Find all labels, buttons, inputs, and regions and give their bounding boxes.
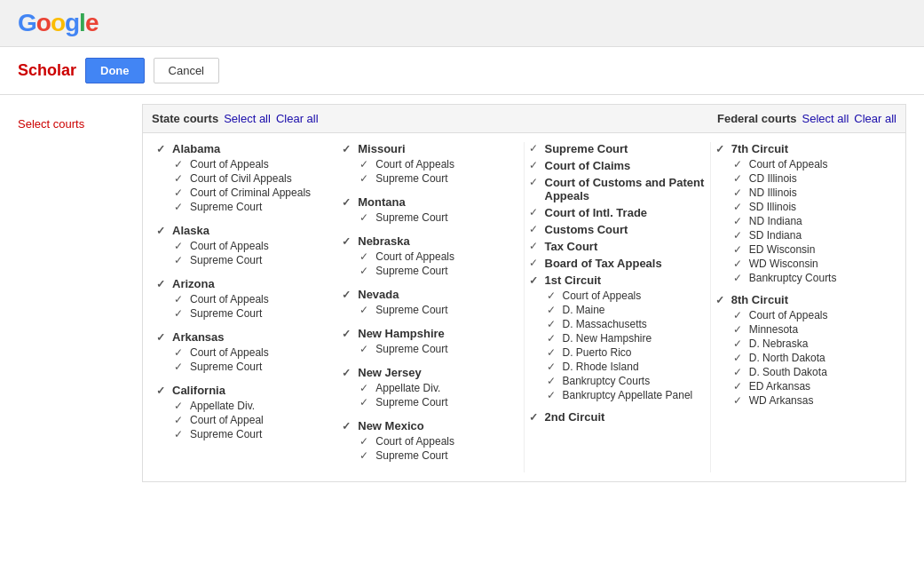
state-sub-item[interactable]: ✓Court of Criminal Appeals <box>174 186 333 199</box>
check-icon[interactable]: ✓ <box>174 361 186 373</box>
circuit-sub-item[interactable]: ✓ND Illinois <box>733 186 892 199</box>
state-sub-item[interactable]: ✓Court of Appeals <box>174 293 333 305</box>
check-icon[interactable]: ✓ <box>342 196 354 209</box>
check-icon[interactable]: ✓ <box>529 274 541 287</box>
check-icon[interactable]: ✓ <box>529 142 541 155</box>
circuit-sub-item[interactable]: ✓D. Maine <box>547 304 706 316</box>
check-icon[interactable]: ✓ <box>342 143 354 155</box>
check-icon[interactable]: ✓ <box>547 361 559 373</box>
circuit-sub-item[interactable]: ✓D. New Hampshire <box>547 332 706 345</box>
check-icon[interactable]: ✓ <box>174 172 186 185</box>
state-sub-item[interactable]: ✓Appellate Div. <box>359 382 518 394</box>
check-icon[interactable]: ✓ <box>342 289 354 301</box>
circuit-sub-item[interactable]: ✓ED Wisconsin <box>733 243 892 256</box>
done-button[interactable]: Done <box>85 58 145 83</box>
check-icon[interactable]: ✓ <box>733 309 746 321</box>
circuit-sub-item[interactable]: ✓Bankruptcy Appellate Panel <box>547 389 706 401</box>
state-sub-item[interactable]: ✓Supreme Court <box>359 343 518 355</box>
check-icon[interactable]: ✓ <box>529 176 541 188</box>
circuit-sub-item[interactable]: ✓D. Massachusetts <box>547 318 706 330</box>
check-icon[interactable]: ✓ <box>547 332 559 345</box>
state-sub-item[interactable]: ✓Court of Appeals <box>174 346 333 359</box>
check-icon[interactable]: ✓ <box>359 343 372 355</box>
check-icon[interactable]: ✓ <box>174 400 186 412</box>
check-icon[interactable]: ✓ <box>359 158 372 171</box>
check-icon[interactable]: ✓ <box>715 294 728 306</box>
check-icon[interactable]: ✓ <box>547 346 559 359</box>
circuit-sub-item[interactable]: ✓Bankruptcy Courts <box>733 272 892 284</box>
check-icon[interactable]: ✓ <box>359 304 372 316</box>
check-icon[interactable]: ✓ <box>174 201 186 213</box>
check-icon[interactable]: ✓ <box>733 366 746 378</box>
check-icon[interactable]: ✓ <box>733 215 746 227</box>
check-icon[interactable]: ✓ <box>547 375 559 387</box>
circuit-sub-item[interactable]: ✓D. South Dakota <box>733 366 892 378</box>
check-icon[interactable]: ✓ <box>342 235 354 248</box>
check-icon[interactable]: ✓ <box>156 385 169 397</box>
state-sub-item[interactable]: ✓Supreme Court <box>174 201 333 213</box>
check-icon[interactable]: ✓ <box>342 367 354 379</box>
circuit-sub-item[interactable]: ✓D. North Dakota <box>733 352 892 364</box>
check-icon[interactable]: ✓ <box>174 240 186 252</box>
check-icon[interactable]: ✓ <box>359 265 372 277</box>
check-icon[interactable]: ✓ <box>733 352 746 364</box>
circuit-sub-item[interactable]: ✓WD Wisconsin <box>733 258 892 270</box>
check-icon[interactable]: ✓ <box>174 346 186 359</box>
check-icon[interactable]: ✓ <box>342 328 354 340</box>
state-sub-item[interactable]: ✓Court of Appeals <box>359 250 518 263</box>
check-icon[interactable]: ✓ <box>733 229 746 242</box>
circuit-sub-item[interactable]: ✓D. Rhode Island <box>547 361 706 373</box>
check-icon[interactable]: ✓ <box>174 158 186 171</box>
circuit-sub-item[interactable]: ✓Bankruptcy Courts <box>547 375 706 387</box>
circuit-sub-item[interactable]: ✓Minnesota <box>733 323 892 336</box>
federal-clear-all-link[interactable]: Clear all <box>854 112 896 125</box>
check-icon[interactable]: ✓ <box>733 243 746 256</box>
check-icon[interactable]: ✓ <box>174 293 186 305</box>
check-icon[interactable]: ✓ <box>174 254 186 266</box>
check-icon[interactable]: ✓ <box>733 337 746 350</box>
state-sub-item[interactable]: ✓Supreme Court <box>359 265 518 277</box>
circuit-sub-item[interactable]: ✓SD Indiana <box>733 229 892 242</box>
state-sub-item[interactable]: ✓Supreme Court <box>174 361 333 373</box>
circuit-sub-item[interactable]: ✓Court of Appeals <box>733 309 892 321</box>
check-icon[interactable]: ✓ <box>547 304 559 316</box>
check-icon[interactable]: ✓ <box>733 380 746 393</box>
federal-select-all-link[interactable]: Select all <box>802 112 849 125</box>
circuit-sub-item[interactable]: ✓Court of Appeals <box>547 290 706 302</box>
check-icon[interactable]: ✓ <box>733 258 746 270</box>
circuit-sub-item[interactable]: ✓WD Arkansas <box>733 394 892 407</box>
state-sub-item[interactable]: ✓Court of Appeals <box>174 240 333 252</box>
circuit-sub-item[interactable]: ✓Court of Appeals <box>733 158 892 171</box>
check-icon[interactable]: ✓ <box>156 143 169 155</box>
check-icon[interactable]: ✓ <box>547 318 559 330</box>
check-icon[interactable]: ✓ <box>529 240 541 252</box>
check-icon[interactable]: ✓ <box>529 206 541 218</box>
check-icon[interactable]: ✓ <box>359 211 372 224</box>
state-sub-item[interactable]: ✓Supreme Court <box>359 211 518 224</box>
state-sub-item[interactable]: ✓Supreme Court <box>359 304 518 316</box>
state-sub-item[interactable]: ✓Court of Appeals <box>174 158 333 171</box>
check-icon[interactable]: ✓ <box>174 186 186 199</box>
state-sub-item[interactable]: ✓Court of Appeals <box>359 435 518 448</box>
circuit-sub-item[interactable]: ✓D. Puerto Rico <box>547 346 706 359</box>
check-icon[interactable]: ✓ <box>359 250 372 263</box>
state-sub-item[interactable]: ✓Supreme Court <box>359 449 518 462</box>
state-clear-all-link[interactable]: Clear all <box>276 112 319 125</box>
check-icon[interactable]: ✓ <box>733 158 746 171</box>
check-icon[interactable]: ✓ <box>733 172 746 185</box>
check-icon[interactable]: ✓ <box>359 172 372 185</box>
check-icon[interactable]: ✓ <box>174 428 186 440</box>
check-icon[interactable]: ✓ <box>359 382 372 394</box>
circuit-sub-item[interactable]: ✓ND Indiana <box>733 215 892 227</box>
check-icon[interactable]: ✓ <box>156 331 169 344</box>
check-icon[interactable]: ✓ <box>359 396 372 408</box>
check-icon[interactable]: ✓ <box>174 307 186 320</box>
check-icon[interactable]: ✓ <box>733 394 746 407</box>
check-icon[interactable]: ✓ <box>529 411 541 424</box>
state-sub-item[interactable]: ✓Court of Appeals <box>359 158 518 171</box>
state-sub-item[interactable]: ✓Court of Appeal <box>174 414 333 426</box>
check-icon[interactable]: ✓ <box>359 435 372 448</box>
check-icon[interactable]: ✓ <box>547 389 559 401</box>
check-icon[interactable]: ✓ <box>359 449 372 462</box>
check-icon[interactable]: ✓ <box>156 225 169 237</box>
